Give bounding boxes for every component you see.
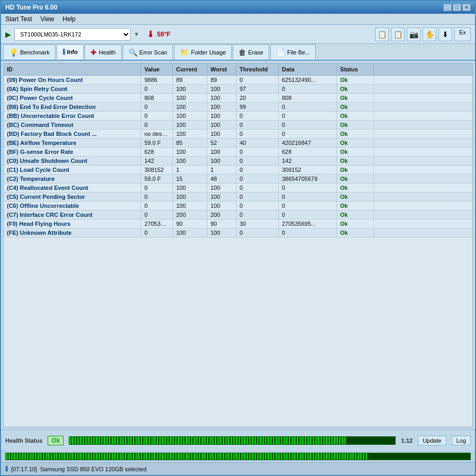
cell-id: (C7) Interface CRC Error Count: [4, 210, 141, 219]
table-row[interactable]: (C0) Unsafe Shutdown Count 142 100 100 0…: [4, 157, 472, 166]
cell-threshold: 0: [236, 157, 279, 165]
table-row[interactable]: (C4) Reallocated Event Count 0 100 100 0…: [4, 184, 472, 193]
cell-id: (B8) End To End Error Detection: [4, 103, 141, 111]
cell-value: 2705356...: [141, 219, 173, 228]
cell-worst: 48: [207, 175, 236, 183]
cell-threshold: 0: [236, 175, 279, 183]
cell-id: (09) Power On Hours Count: [4, 76, 141, 84]
extra-button[interactable]: Ex: [454, 28, 471, 41]
cell-threshold: 0: [236, 166, 279, 174]
table-row[interactable]: (BD) Factory Bad Block Count ... no desc…: [4, 130, 472, 139]
menu-start-test[interactable]: Start Test: [5, 15, 32, 23]
cell-current: 100: [173, 202, 207, 210]
cell-current: 100: [173, 228, 207, 237]
table-row[interactable]: (C2) Temperature 59.0 F 15 48 0 38654705…: [4, 175, 472, 184]
cell-id: (C0) Unsafe Shutdown Count: [4, 157, 141, 165]
cell-value: 0: [141, 85, 173, 93]
cell-id: (FE) Unknown Attribute: [4, 228, 141, 237]
cell-status: Ok: [337, 228, 374, 237]
cell-status: Ok: [337, 148, 374, 156]
table-row[interactable]: (09) Power On Hours Count 9886 89 89 0 6…: [4, 76, 472, 85]
tab-error-scan[interactable]: 🔍 Error Scan: [123, 44, 173, 59]
info-icon: ℹ: [62, 48, 65, 56]
close-button[interactable]: ×: [462, 4, 471, 11]
health-bar-fill: [69, 437, 346, 444]
cell-current: 85: [173, 139, 207, 147]
table-row[interactable]: (BF) G-sense Error Rate 628 100 100 0 62…: [4, 148, 472, 157]
cell-status: Ok: [337, 139, 374, 147]
tab-health[interactable]: ✚ Health: [85, 44, 122, 59]
cell-data: 625132490...: [279, 76, 337, 84]
table-row[interactable]: (BB) Uncorrectable Error Count 0 100 100…: [4, 112, 472, 121]
col-header-data: Data: [279, 65, 337, 74]
tab-erase[interactable]: 🗑 Erase: [233, 44, 269, 59]
minimize-button[interactable]: _: [443, 4, 452, 11]
table-row[interactable]: (C5) Current Pending Sector 0 100 100 0 …: [4, 193, 472, 202]
drive-selector[interactable]: ST1000LM035-1RK172: [14, 28, 131, 41]
copy-icon[interactable]: 📋: [375, 28, 389, 41]
col-header-value: Value: [141, 65, 173, 74]
cell-status: Ok: [337, 193, 374, 201]
health-value: Ok: [48, 436, 63, 445]
table-row[interactable]: (F0) Head Flying Hours 2705356... 90 90 …: [4, 219, 472, 228]
scan-progress-bar: [5, 453, 471, 460]
table-row[interactable]: (0C) Power Cycle Count 808 100 100 20 80…: [4, 94, 472, 103]
menu-help[interactable]: Help: [62, 15, 76, 23]
cell-worst: 100: [207, 85, 236, 93]
cell-id: (0A) Spin Retry Count: [4, 85, 141, 93]
maximize-button[interactable]: □: [453, 4, 461, 11]
content-area: ID Value Current Worst Threshold Data St…: [1, 61, 475, 429]
cell-current: 100: [173, 94, 207, 102]
cell-current: 15: [173, 175, 207, 183]
cell-current: 200: [173, 210, 207, 219]
paste-icon[interactable]: 📋: [391, 28, 405, 41]
tab-erase-label: Erase: [248, 49, 263, 56]
cell-current: 89: [173, 76, 207, 84]
cell-current: 100: [173, 85, 207, 93]
cell-current: 100: [173, 121, 207, 129]
hand-icon[interactable]: ✋: [423, 28, 436, 41]
cell-current: 90: [173, 219, 207, 228]
cell-id: (C6) Offline Uncorrectable: [4, 202, 141, 210]
table-row[interactable]: (C1) Load Cycle Count 308152 1 1 0 30815…: [4, 166, 472, 175]
cell-data: 808: [279, 94, 337, 102]
table-row[interactable]: (FE) Unknown Attribute 0 100 100 0 0 Ok: [4, 228, 472, 237]
tab-folder-usage[interactable]: 📁 Folder Usage: [174, 44, 232, 59]
update-button[interactable]: Update: [418, 436, 446, 445]
cell-status: Ok: [337, 175, 374, 183]
tab-benchmark-label: Benchmark: [20, 49, 50, 56]
cell-threshold: 0: [236, 228, 279, 237]
cell-id: (BE) Airflow Temperature: [4, 139, 141, 147]
menu-view[interactable]: View: [40, 15, 54, 23]
table-row[interactable]: (BE) Airflow Temperature 59.0 F 85 52 40…: [4, 139, 472, 148]
cell-value: 808: [141, 94, 173, 102]
cell-threshold: 40: [236, 139, 279, 147]
cell-value: 0: [141, 202, 173, 210]
log-button[interactable]: Log: [452, 436, 471, 445]
download-icon[interactable]: ⬇: [438, 28, 452, 41]
tab-info[interactable]: ℹ Info: [57, 44, 84, 59]
cell-current: 100: [173, 148, 207, 156]
cell-worst: 100: [207, 148, 236, 156]
menu-bar: Start Test View Help: [1, 14, 475, 25]
cell-value: 628: [141, 148, 173, 156]
table-row[interactable]: (0A) Spin Retry Count 0 100 100 97 0 Ok: [4, 85, 472, 94]
file-icon: 📄: [276, 48, 285, 57]
cell-worst: 90: [207, 219, 236, 228]
table-row[interactable]: (C7) Interface CRC Error Count 0 200 200…: [4, 210, 472, 219]
tab-benchmark[interactable]: 💡 Benchmark: [3, 44, 56, 59]
table-row[interactable]: (C6) Offline Uncorrectable 0 100 100 0 0…: [4, 202, 472, 210]
col-header-id: ID: [4, 65, 141, 74]
cell-data: 0: [279, 85, 337, 93]
cell-value: 0: [141, 103, 173, 111]
cell-status: Ok: [337, 166, 374, 174]
cell-threshold: 0: [236, 112, 279, 120]
tab-file-be[interactable]: 📄 File Be...: [270, 44, 316, 59]
table-row[interactable]: (B8) End To End Error Detection 0 100 10…: [4, 103, 472, 112]
cell-data: 0: [279, 193, 337, 201]
camera-icon[interactable]: 📷: [407, 28, 420, 41]
cell-status: Ok: [337, 121, 374, 129]
table-row[interactable]: (BC) Command Timeout 0 100 100 0 0 Ok: [4, 121, 472, 130]
cell-worst: 100: [207, 103, 236, 111]
status-timestamp: [07:17.10]: [11, 466, 37, 472]
